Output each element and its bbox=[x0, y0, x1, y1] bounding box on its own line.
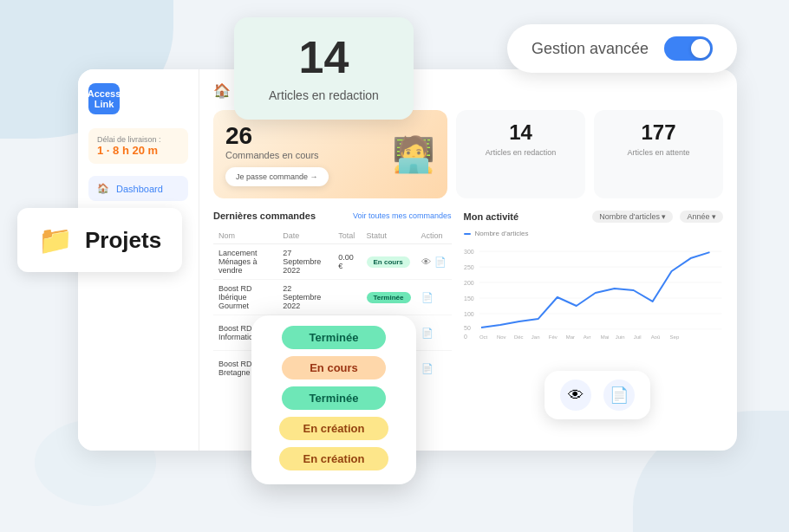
row-action: 📄 bbox=[416, 315, 452, 351]
eye-icon: 👁 bbox=[568, 386, 584, 405]
phone-badge-row-3: Terminée bbox=[264, 386, 404, 410]
stat-sm-redaction: 14 Articles en redaction bbox=[456, 110, 585, 198]
phone-badge-terminee-1: Terminée bbox=[282, 326, 386, 349]
row-nom: Lancement Ménages à vendre bbox=[213, 244, 277, 280]
sidebar-dashboard-label: Dashboard bbox=[116, 184, 163, 194]
svg-text:150: 150 bbox=[464, 295, 474, 302]
col-statut: Statut bbox=[362, 228, 416, 244]
articles-filter[interactable]: Nombre d'articles ▾ bbox=[592, 211, 673, 223]
chart-controls: Nombre d'articles ▾ Année ▾ bbox=[592, 211, 723, 223]
badge-encours: En cours bbox=[367, 256, 410, 268]
svg-text:200: 200 bbox=[464, 280, 474, 286]
stat-sm-label-attente: Articles en attente bbox=[606, 148, 711, 157]
svg-text:0: 0 bbox=[464, 334, 467, 340]
activity-header: Mon activité Nombre d'articles ▾ Année ▾ bbox=[464, 211, 723, 223]
table-row: Lancement Ménages à vendre 27 Septembre … bbox=[213, 244, 452, 280]
logo-box: AccessLink bbox=[88, 83, 120, 114]
row-action: 📄 bbox=[416, 351, 452, 386]
row-date: 27 Septembre 2022 bbox=[277, 244, 333, 280]
stat-sm-number-attente: 177 bbox=[606, 120, 711, 145]
svg-text:Déc: Déc bbox=[513, 334, 523, 340]
stat-hero-content: 26 Commandes en cours Je passe commande … bbox=[225, 122, 392, 186]
articles-card: 14 Articles en redaction bbox=[234, 17, 414, 120]
row-nom: Boost RD Ibérique Gourmet bbox=[213, 280, 277, 315]
delivery-section: Délai de livraison : 1 · 8 h 20 m bbox=[88, 128, 188, 164]
stats-row: 26 Commandes en cours Je passe commande … bbox=[213, 110, 723, 198]
doc-icon-button[interactable]: 📄 bbox=[603, 380, 635, 411]
eye-icon-button[interactable]: 👁 bbox=[560, 380, 591, 411]
home-nav-icon: 🏠 bbox=[97, 183, 109, 194]
svg-text:300: 300 bbox=[464, 249, 474, 255]
chart-legend: Nombre d'articles bbox=[464, 230, 723, 237]
logo-area: AccessLink bbox=[88, 83, 188, 114]
phone-badge-row-5: En création bbox=[264, 447, 404, 470]
year-filter[interactable]: Année ▾ bbox=[680, 211, 723, 223]
row-action: 👁📄 bbox=[416, 244, 452, 280]
row-total bbox=[333, 280, 361, 315]
phone-badge-row-4: En création bbox=[264, 417, 404, 440]
cta-button[interactable]: Je passe commande → bbox=[225, 167, 329, 186]
stat-hero-label: Commandes en cours bbox=[225, 150, 392, 160]
phone-badge-en-cours: En cours bbox=[282, 356, 386, 380]
stat-sm-attente: 177 Articles en attente bbox=[594, 110, 723, 198]
gestion-label: Gestion avancée bbox=[531, 40, 649, 58]
view-icon[interactable]: 👁 bbox=[421, 256, 431, 267]
svg-text:Nov: Nov bbox=[496, 334, 505, 340]
stat-sm-number-redaction: 14 bbox=[468, 120, 573, 145]
table-row: Boost RD Ibérique Gourmet 22 Septembre 2… bbox=[213, 280, 452, 315]
svg-text:50: 50 bbox=[464, 325, 471, 331]
gestion-toggle-card: Gestion avancée bbox=[507, 24, 737, 73]
svg-text:Sep: Sep bbox=[669, 334, 679, 340]
sidebar-item-dashboard[interactable]: 🏠 Dashboard bbox=[88, 176, 188, 201]
gestion-toggle[interactable] bbox=[664, 36, 713, 61]
folder-icon: 📁 bbox=[38, 224, 73, 256]
badge-terminee: Terminée bbox=[367, 292, 411, 303]
stat-hero-card: 26 Commandes en cours Je passe commande … bbox=[213, 110, 447, 198]
delivery-label: Délai de livraison : bbox=[97, 135, 179, 144]
phone-badge-en-creation-1: En création bbox=[279, 417, 389, 440]
phone-badge-terminee-2: Terminée bbox=[282, 386, 386, 410]
doc-icon-4[interactable]: 📄 bbox=[421, 363, 434, 373]
hero-illustration: 🧑‍💻 bbox=[392, 134, 435, 175]
svg-text:Juil: Juil bbox=[633, 334, 641, 340]
svg-text:Mai: Mai bbox=[600, 334, 609, 340]
svg-text:Juin: Juin bbox=[615, 334, 624, 340]
doc-icon-large: 📄 bbox=[610, 386, 629, 405]
row-action: 📄 bbox=[416, 280, 452, 315]
legend-dot bbox=[464, 233, 471, 235]
doc-icon-2[interactable]: 📄 bbox=[421, 292, 434, 302]
row-statut: Terminée bbox=[362, 280, 416, 315]
svg-text:100: 100 bbox=[464, 311, 474, 317]
phone-badge-row-1: Terminée bbox=[264, 326, 404, 349]
legend-label: Nombre d'articles bbox=[475, 230, 529, 237]
svg-text:250: 250 bbox=[464, 264, 474, 270]
orders-link[interactable]: Voir toutes mes commandes bbox=[353, 211, 452, 220]
svg-text:Fév: Fév bbox=[548, 334, 557, 340]
doc-icon[interactable]: 📄 bbox=[434, 256, 447, 268]
phone-badge-en-creation-2: En création bbox=[279, 447, 389, 470]
activity-chart-svg: 300 250 200 150 100 50 0 bbox=[464, 241, 723, 345]
projets-label: Projets bbox=[85, 227, 161, 254]
row-total: 0.00 € bbox=[333, 244, 361, 280]
phone-badge-row-2: En cours bbox=[264, 356, 404, 380]
svg-text:Oct: Oct bbox=[479, 334, 487, 340]
activity-title: Mon activité bbox=[464, 211, 519, 222]
col-date: Date bbox=[277, 228, 333, 244]
chart-area: Nombre d'articles 300 250 200 150 100 50… bbox=[464, 230, 723, 342]
svg-text:Avr: Avr bbox=[583, 334, 590, 340]
phone-badges: Terminée En cours Terminée En création E… bbox=[264, 326, 404, 470]
activity-section: Mon activité Nombre d'articles ▾ Année ▾… bbox=[464, 211, 723, 386]
delivery-time: 1 · 8 h 20 m bbox=[97, 144, 179, 157]
dashboard-home-icon: 🏠 bbox=[213, 82, 231, 99]
phone-overlay: Terminée En cours Terminée En création E… bbox=[251, 315, 416, 484]
stat-sm-label-redaction: Articles en redaction bbox=[468, 148, 573, 157]
svg-text:Aoû: Aoû bbox=[650, 334, 660, 340]
row-date: 22 Septembre 2022 bbox=[277, 280, 333, 315]
logo-text: AccessLink bbox=[88, 88, 121, 109]
svg-text:Mar: Mar bbox=[565, 334, 574, 340]
svg-text:Jan: Jan bbox=[531, 334, 539, 340]
doc-icon-3[interactable]: 📄 bbox=[421, 328, 434, 338]
col-action: Action bbox=[416, 228, 452, 244]
col-nom: Nom bbox=[213, 228, 277, 244]
projets-card: 📁 Projets bbox=[17, 208, 182, 272]
